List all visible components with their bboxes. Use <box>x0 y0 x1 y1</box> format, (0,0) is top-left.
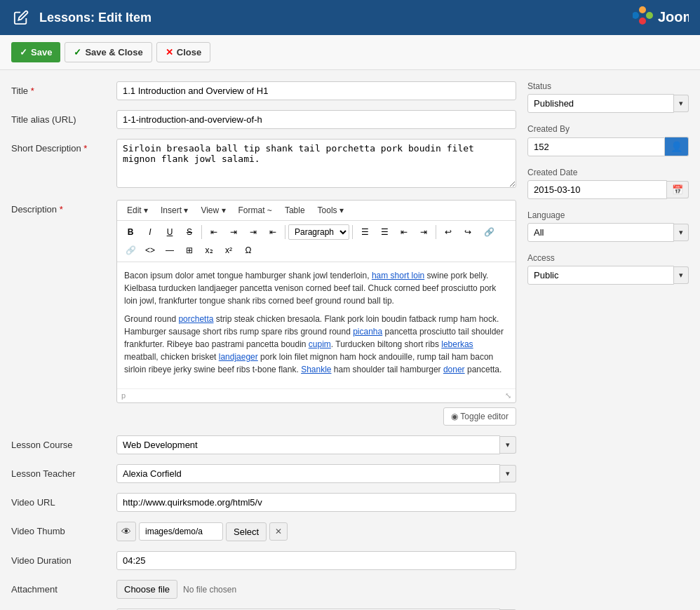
access-select[interactable]: Public Registered Special <box>527 266 674 285</box>
list-ul-button[interactable]: ☰ <box>356 224 374 240</box>
lesson-teacher-row: Lesson Teacher Alexia Corfield ▾ <box>11 464 516 483</box>
video-duration-input-wrap <box>116 551 516 570</box>
video-thumb-row: Video Thumb 👁 Select ✕ <box>11 522 516 541</box>
undo-button[interactable]: ↩ <box>439 224 457 240</box>
title-row: Title * <box>11 81 516 100</box>
video-thumb-label: Video Thumb <box>11 522 116 536</box>
lesson-teacher-wrap: Alexia Corfield ▾ <box>116 464 516 483</box>
page-title: Lessons: Edit Item <box>39 11 152 25</box>
editor-menu-insert[interactable]: Insert ▾ <box>155 203 194 217</box>
attachment-wrap: Choose file No file chosen <box>116 580 516 599</box>
created-date-calendar-button[interactable]: 📅 <box>667 181 689 198</box>
toggle-editor-button[interactable]: ◉ Toggle editor <box>443 407 516 426</box>
align-left-button[interactable]: ⇤ <box>205 224 223 240</box>
hr-button[interactable]: — <box>161 242 179 259</box>
editor-resize: ⤡ <box>505 391 511 400</box>
redo-button[interactable]: ↪ <box>459 224 477 240</box>
access-select-arrow[interactable]: ▾ <box>674 266 689 284</box>
unlink-button[interactable]: 🔗 <box>121 242 140 259</box>
thumb-select-button[interactable]: Select <box>226 522 267 541</box>
header: Lessons: Edit Item Joomla! <box>0 0 700 35</box>
align-center-button[interactable]: ⇥ <box>224 224 243 240</box>
attachment-label: Attachment <box>11 580 116 595</box>
superscript-button[interactable]: x² <box>220 242 238 259</box>
table-btn[interactable]: ⊞ <box>180 242 198 259</box>
save-close-check-icon: ✓ <box>74 47 81 57</box>
language-select-arrow[interactable]: ▾ <box>674 224 689 241</box>
video-url-input[interactable] <box>116 493 516 512</box>
title-input[interactable] <box>116 81 516 100</box>
status-select-wrap: Published Unpublished Archived Trashed ▾ <box>527 94 689 113</box>
thumb-clear-button[interactable]: ✕ <box>269 522 288 541</box>
created-date-input[interactable] <box>527 180 667 199</box>
omega-button[interactable]: Ω <box>239 242 257 259</box>
indent-button[interactable]: ⇥ <box>415 224 433 240</box>
editor-menubar: Edit ▾ Insert ▾ View ▾ Format ~ Table To… <box>117 201 516 221</box>
title-alias-row: Title alias (URL) <box>11 110 516 129</box>
lesson-course-row: Lesson Course Web Development ▾ <box>11 435 516 454</box>
language-section: Language All English ▾ <box>527 210 689 242</box>
thumb-eye-button[interactable]: 👁 <box>116 522 136 541</box>
format-select[interactable]: Paragraph Heading 1 Heading 2 <box>288 224 349 240</box>
editor-menu-table[interactable]: Table <box>279 203 311 217</box>
status-select[interactable]: Published Unpublished Archived Trashed <box>527 94 674 113</box>
choose-file-button[interactable]: Choose file <box>116 580 177 599</box>
lesson-course-arrow[interactable]: ▾ <box>500 436 516 454</box>
short-desc-textarea[interactable]: Sirloin bresaola ball tip shank tail por… <box>116 139 516 188</box>
link-button[interactable]: 🔗 <box>480 224 498 240</box>
lesson-teacher-select-wrap: Alexia Corfield ▾ <box>116 464 516 483</box>
video-duration-row: Video Duration <box>11 551 516 570</box>
title-input-wrap <box>116 81 516 100</box>
subscript-button[interactable]: x₂ <box>200 242 218 259</box>
toggle-editor-wrap: ◉ Toggle editor <box>116 407 516 426</box>
created-by-input-wrap: 👤 <box>527 137 689 156</box>
title-alias-input[interactable] <box>116 110 516 129</box>
align-right-button[interactable]: ⇥ <box>244 224 262 240</box>
editor-path: p <box>121 391 126 400</box>
editor-menu-tools[interactable]: Tools ▾ <box>312 203 349 217</box>
editor-menu-format[interactable]: Format ~ <box>233 203 278 217</box>
editor-statusbar: p ⤡ <box>117 388 516 402</box>
editor-menu-view[interactable]: View ▾ <box>195 203 231 217</box>
created-by-label: Created By <box>527 124 689 134</box>
save-close-button[interactable]: ✓ Save & Close <box>65 42 152 62</box>
save-button[interactable]: ✓ Save <box>11 42 60 62</box>
created-by-input[interactable] <box>527 137 665 156</box>
video-url-label: Video URL <box>11 493 116 508</box>
italic-button[interactable]: I <box>141 224 159 240</box>
toggle-editor-label: Toggle editor <box>460 412 509 421</box>
language-select[interactable]: All English <box>527 223 674 242</box>
status-select-arrow[interactable]: ▾ <box>674 95 689 112</box>
lesson-course-select[interactable]: Web Development <box>116 435 500 454</box>
lesson-course-wrap: Web Development ▾ <box>116 435 516 454</box>
svg-text:Joomla!: Joomla! <box>658 9 689 25</box>
title-label: Title * <box>11 81 116 96</box>
video-thumb-wrap: 👁 Select ✕ <box>116 522 516 541</box>
lesson-teacher-arrow[interactable]: ▾ <box>500 465 516 482</box>
title-alias-label: Title alias (URL) <box>11 110 116 125</box>
attachment-row: Attachment Choose file No file chosen <box>11 580 516 599</box>
align-justify-button[interactable]: ⇤ <box>264 224 282 240</box>
underline-button[interactable]: U <box>161 224 179 240</box>
title-required: * <box>31 86 34 96</box>
list-ol-button[interactable]: ☰ <box>375 224 393 240</box>
short-desc-input-wrap: Sirloin bresaola ball tip shank tail por… <box>116 139 516 190</box>
lesson-teacher-label: Lesson Teacher <box>11 464 116 479</box>
lesson-teacher-select[interactable]: Alexia Corfield <box>116 464 500 483</box>
toolbar-divider-3 <box>352 225 353 239</box>
close-button[interactable]: ✕ Close <box>156 42 210 62</box>
outdent-button[interactable]: ⇤ <box>395 224 413 240</box>
created-by-section: Created By 👤 <box>527 124 689 156</box>
thumb-path-input[interactable] <box>139 522 223 541</box>
created-date-section: Created Date 📅 <box>527 168 689 199</box>
code-button[interactable]: <> <box>141 242 159 259</box>
short-desc-required: * <box>83 143 87 154</box>
strikethrough-button[interactable]: S <box>180 224 198 240</box>
editor-content[interactable]: Bacon ipsum dolor amet tongue hamburger … <box>117 262 516 388</box>
video-duration-input[interactable] <box>116 551 516 570</box>
form-area: Title * Title alias (URL) Short Descript… <box>11 81 527 610</box>
bold-button[interactable]: B <box>121 224 140 240</box>
editor-menu-edit[interactable]: Edit ▾ <box>121 203 154 217</box>
joomla-logo: Joomla! <box>633 3 689 33</box>
created-by-select-button[interactable]: 👤 <box>665 137 689 156</box>
